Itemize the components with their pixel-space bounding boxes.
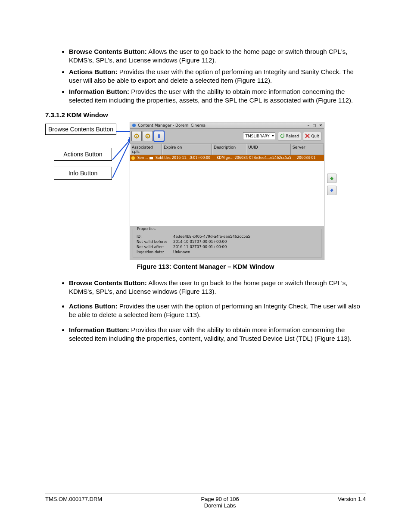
quit-label: Quit — [311, 134, 319, 138]
footer-left: TMS.OM.000177.DRM — [45, 496, 102, 509]
prop-not-valid-after: 2016-11-02T07:00:01+00:00 — [173, 245, 227, 249]
footer-company: Doremi Labs — [201, 502, 239, 509]
bullet-list-bottom: Browse Contents Button: Allows the user … — [45, 279, 366, 343]
reload-label: Reload — [286, 134, 299, 138]
callout-actions: Actions Button — [54, 148, 112, 161]
reload-icon — [280, 134, 285, 138]
browse-contents-button[interactable] — [154, 131, 164, 141]
minimize-icon[interactable]: – — [308, 123, 310, 128]
gear-icon — [134, 133, 140, 139]
maximize-icon[interactable]: ▢ — [312, 123, 316, 128]
bullet-item: Information Button: Provides the user wi… — [69, 87, 366, 105]
actions-button[interactable] — [131, 131, 142, 141]
arrow-up-icon — [329, 176, 334, 181]
svg-rect-8 — [158, 134, 159, 138]
col-server[interactable]: Server — [291, 144, 324, 155]
figure-caption: Figure 113: Content Manager – KDM Window — [45, 263, 366, 270]
prop-not-valid-before: 2014-10-05T07:00:01+00:00 — [173, 240, 227, 244]
window-controls[interactable]: – ▢ ✕ — [306, 123, 322, 128]
library-dropdown[interactable]: TMSLIBRARY ▾ — [243, 132, 275, 140]
dropdown-value: TMSLIBRARY — [245, 134, 269, 138]
callout-info: Info Button — [54, 167, 112, 180]
reload-button[interactable]: Reload — [278, 132, 302, 140]
content-manager-window: Content Manager - Doremi Cinema – ▢ ✕ — [130, 122, 324, 260]
type-icon — [149, 156, 153, 160]
gear-icon — [145, 133, 151, 139]
table-body: Serr… Subtitles 2016-11…0:01+00:00 KDM g… — [130, 155, 324, 226]
table-header: Associated cpls Expire on Description UU… — [130, 144, 324, 155]
bullet-item: Browse Contents Button: Allows the user … — [69, 47, 366, 65]
svg-rect-9 — [159, 134, 160, 138]
prop-id: 4e3ee4b8-c405-479d-a4fa-eae5462cc5a5 — [173, 234, 250, 239]
footer-page: Page 90 of 106 — [201, 496, 239, 502]
status-icon — [131, 156, 135, 160]
close-icon[interactable]: ✕ — [319, 123, 322, 128]
table-row[interactable]: Serr… Subtitles 2016-11…0:01+00:00 KDM g… — [130, 155, 324, 161]
prop-ingestion-date: Unknown — [173, 250, 190, 254]
section-heading: 7.3.1.2 KDM Window — [45, 111, 366, 118]
callout-browse: Browse Contents Button — [45, 124, 116, 135]
move-down-button[interactable] — [327, 186, 336, 195]
quit-button[interactable]: Quit — [303, 132, 321, 140]
properties-panel: Properties ID:4e3ee4b8-c405-479d-a4fa-ea… — [133, 229, 321, 258]
col-expire-on[interactable]: Expire on — [162, 144, 212, 155]
col-associated-cpls[interactable]: Associated cpls — [130, 144, 162, 155]
app-icon — [132, 123, 136, 128]
info-icon — [156, 133, 162, 139]
svg-rect-11 — [149, 157, 153, 159]
bullet-item: Actions Button: Provides the user with t… — [69, 68, 366, 85]
footer-right: Version 1.4 — [338, 496, 366, 509]
arrow-down-icon — [329, 188, 334, 193]
col-description[interactable]: Description — [212, 144, 246, 155]
svg-point-3 — [132, 124, 136, 127]
bullet-item: Actions Button: Provides the user with t… — [69, 302, 366, 320]
svg-point-10 — [131, 156, 135, 160]
chevron-down-icon: ▾ — [272, 134, 274, 138]
svg-point-7 — [147, 135, 149, 137]
bullet-list-top: Browse Contents Button: Allows the user … — [45, 47, 366, 105]
properties-title: Properties — [136, 227, 157, 231]
bullet-item: Information Button: Provides the user wi… — [69, 326, 366, 343]
col-uuid[interactable]: UUID — [246, 144, 291, 155]
page-footer: TMS.OM.000177.DRM Page 90 of 106 Doremi … — [45, 494, 366, 509]
window-title: Content Manager - Doremi Cinema — [138, 123, 206, 128]
window-titlebar: Content Manager - Doremi Cinema – ▢ ✕ — [130, 122, 324, 129]
bullet-item: Browse Contents Button: Allows the user … — [69, 279, 366, 296]
info-button[interactable] — [143, 131, 153, 141]
close-x-icon — [305, 134, 310, 138]
svg-point-5 — [136, 135, 137, 137]
move-up-button[interactable] — [327, 174, 336, 183]
